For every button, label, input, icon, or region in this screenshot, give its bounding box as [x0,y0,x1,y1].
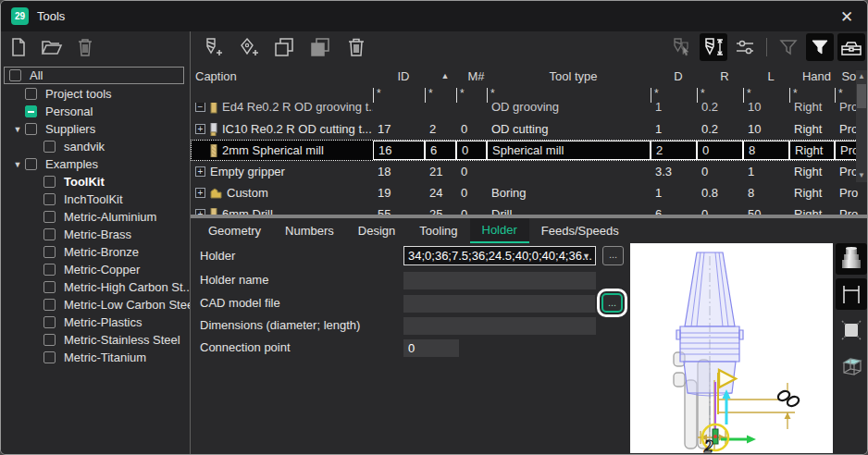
table-row-ic10[interactable]: + IC10 Re0.2 R OD cutting t... 17 2 0 OD… [191,118,867,140]
tab-numbers[interactable]: Numbers [273,218,346,243]
scroll-thumb[interactable] [857,84,866,108]
grid-scrollbar[interactable]: ▲ ▼ [856,70,867,182]
paste-tool-button[interactable] [306,33,334,61]
filter-cell[interactable]: * [425,88,456,103]
tree-item-personal[interactable]: Personal [1,103,190,120]
checkbox[interactable] [43,316,56,328]
column-header-caption[interactable]: Caption [191,69,378,83]
tab-holder[interactable]: Holder [470,218,529,243]
expand-box-icon[interactable]: + [195,188,205,198]
open-library-button[interactable] [40,35,64,59]
tree-item-metric-high-carbon[interactable]: Metric-High Carbon St... [1,278,190,296]
tab-feeds-speeds[interactable]: Feeds/Speeds [529,218,631,243]
show-dimensions-button[interactable] [836,278,867,310]
column-header-m[interactable]: M# [461,69,491,83]
tree-item-sandvik[interactable]: sandvik [1,138,190,155]
table-row-partial[interactable]: − Ed4 Re0.2 R OD grooving t... OD groovi… [191,103,867,118]
expand-caret-icon[interactable]: ▼ [10,125,25,134]
holder-combobox[interactable]: 34;0;36;7.5;36;24.5;40;0;40;4;36... ▼ [403,246,596,265]
filter-cell[interactable]: * [373,88,425,103]
tab-tooling[interactable]: Tooling [407,218,469,243]
tab-design[interactable]: Design [346,218,407,243]
dimensions-input[interactable] [403,317,596,335]
checkbox[interactable] [43,228,56,240]
checkbox[interactable] [43,246,56,258]
checkbox[interactable] [9,69,21,81]
scroll-down-icon[interactable]: ▼ [856,169,867,182]
scroll-up-icon[interactable]: ▲ [856,70,867,83]
tool-dimensions-button[interactable] [700,33,727,61]
close-button[interactable]: ✕ [834,4,860,30]
pick-tool-button[interactable] [668,33,696,61]
filter-cell[interactable]: * [789,88,835,103]
expand-box-icon[interactable]: + [195,166,205,177]
tree-item-metric-aluminium[interactable]: Metric-Aluminium [1,208,190,226]
column-header-id[interactable]: ID [378,69,429,83]
checkbox-partial[interactable] [25,105,37,117]
table-row-empty-gripper[interactable]: + Empty gripper 18 21 0 3.3 0 1 Right Pr… [191,161,867,182]
tree-item-metric-stainless[interactable]: Metric-Stainless Steel [1,331,190,349]
filter-button[interactable] [806,33,834,61]
toolbox-button[interactable] [837,33,865,61]
filter-cell[interactable]: * [697,88,743,103]
copy-tool-button[interactable] [270,33,298,61]
delete-tool-button[interactable] [342,33,370,61]
table-row-custom[interactable]: + Custom 19 24 0 Boring 1 0.8 8 Right Pr… [191,182,867,203]
checkbox[interactable] [43,281,56,293]
checkbox[interactable] [25,123,37,135]
holder-browse-button[interactable]: ... [602,246,624,265]
column-header-l[interactable]: L [748,69,794,83]
checkbox[interactable] [25,158,37,170]
table-row-selected[interactable]: 2mm Spherical mill 16 6 0 Spherical mill… [191,140,867,161]
new-library-button[interactable] [6,35,31,59]
checkbox[interactable] [25,88,37,100]
holder-name-input[interactable] [403,272,596,289]
collapse-box-icon[interactable]: − [195,103,205,112]
filter-outline-button[interactable] [775,33,802,61]
tree-item-metric-titanium[interactable]: Metric-Titanium [1,349,190,366]
tree-item-metric-copper[interactable]: Metric-Copper [1,261,190,278]
connection-point-input[interactable] [403,339,459,357]
display-options-button[interactable] [731,33,759,61]
filter-cell[interactable]: * [456,88,487,103]
expand-caret-icon[interactable]: ▼ [10,160,25,169]
column-header-tool-type[interactable]: Tool type [491,69,655,83]
tree-item-toolkit[interactable]: ToolKit [1,173,190,191]
shaded-view-button[interactable] [836,314,867,346]
tree-item-examples[interactable]: ▼ Examples [1,155,190,173]
add-tool-button[interactable] [198,33,226,61]
filter-cell[interactable] [191,88,373,103]
tree-item-suppliers[interactable]: ▼ Suppliers [1,120,190,138]
tree-item-metric-plastics[interactable]: Metric-Plastics [1,314,190,331]
show-holder-button[interactable] [836,243,867,275]
tree-item-metric-brass[interactable]: Metric-Brass [1,226,190,243]
delete-library-button[interactable] [73,35,97,59]
add-insert-button[interactable] [234,33,262,61]
tree-item-metric-bronze[interactable]: Metric-Bronze [1,243,190,261]
filter-cell[interactable]: * [487,88,651,103]
table-row-drill-clipped[interactable]: + 6mm Drill 55 25 0 Drill 6 0 50 Right P… [191,203,867,215]
expand-box-icon[interactable]: + [195,124,205,134]
cad-model-browse-button[interactable]: ... [601,293,623,313]
column-header-r[interactable]: R [701,69,748,83]
column-header-hand[interactable]: Hand [794,69,839,83]
tree-item-all[interactable]: All [4,67,184,84]
checkbox[interactable] [43,176,56,188]
tab-geometry[interactable]: Geometry [196,218,273,243]
checkbox[interactable] [43,351,56,363]
holder-3d-preview[interactable]: 2 [630,243,833,453]
checkbox[interactable] [43,299,56,311]
tree-item-inchtoolkit[interactable]: InchToolKit [1,191,190,208]
checkbox[interactable] [43,193,56,205]
cad-model-file-input[interactable] [403,295,596,313]
filter-cell[interactable]: * [743,88,789,103]
tree-item-project-tools[interactable]: Project tools [1,85,190,103]
checkbox[interactable] [43,211,56,223]
checkbox[interactable] [43,334,56,346]
filter-cell[interactable]: * [651,88,697,103]
checkbox[interactable] [43,264,56,276]
checkbox[interactable] [43,141,56,153]
wireframe-view-button[interactable] [836,350,867,381]
column-header-d[interactable]: D [655,69,701,83]
sort-ascending-icon[interactable]: ▲ [429,71,461,80]
